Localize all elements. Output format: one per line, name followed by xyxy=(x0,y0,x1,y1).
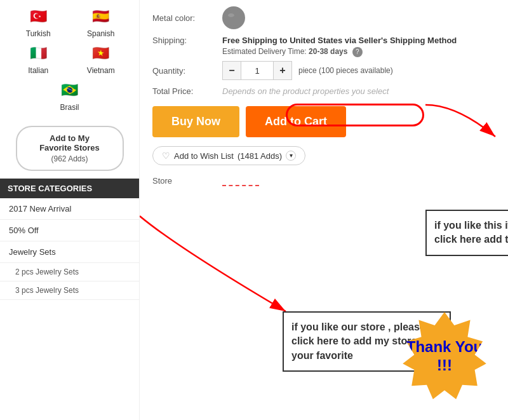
help-icon[interactable]: ? xyxy=(352,47,363,57)
total-price-row: Total Price: Depends on the product prop… xyxy=(152,86,495,96)
metal-color-swatch[interactable] xyxy=(222,6,245,29)
heart-icon: ♡ xyxy=(162,151,170,161)
lang-item-vietnam[interactable]: 🇻🇳 Vietnam xyxy=(72,43,130,75)
lang-item-spanish[interactable]: 🇪🇸 Spanish xyxy=(72,6,130,38)
store-categories-header: STORE CATEGORIES xyxy=(0,179,139,198)
flag-brasil: 🇧🇷 xyxy=(55,80,84,100)
lang-label-brasil: Brasil xyxy=(60,103,79,112)
quantity-increase[interactable]: + xyxy=(273,61,292,80)
lang-label-vietnam: Vietnam xyxy=(87,66,115,75)
metal-color-label: Metal color: xyxy=(152,13,222,23)
store-link[interactable] xyxy=(222,175,259,186)
wishlist-dropdown-icon[interactable]: ▾ xyxy=(286,151,296,161)
flag-vietnam: 🇻🇳 xyxy=(86,43,116,64)
free-shipping-text: Free Shipping to United States via Selle… xyxy=(222,36,495,45)
delivery-label: Estimated Delivery Time: xyxy=(222,47,307,56)
svg-point-0 xyxy=(225,10,242,26)
shipping-label: Shipping: xyxy=(152,36,222,45)
category-3pcs[interactable]: 3 pcs Jewelry Sets xyxy=(0,281,139,300)
buy-now-button[interactable]: Buy Now xyxy=(152,106,239,137)
store-row: Store xyxy=(152,175,495,186)
svg-point-1 xyxy=(228,13,234,17)
add-to-wishlist-button[interactable]: ♡ Add to Wish List (1481 Adds) ▾ xyxy=(152,146,305,165)
category-new-arrival[interactable]: 2017 New Arrival xyxy=(0,198,139,220)
delivery-info: Estimated Delivery Time: 20-38 days ? xyxy=(222,47,495,57)
shipping-row: Shipping: Free Shipping to United States… xyxy=(152,36,495,57)
wishlist-row: ♡ Add to Wish List (1481 Adds) ▾ xyxy=(152,146,495,165)
lang-item-brasil[interactable]: 🇧🇷 Brasil xyxy=(10,80,130,112)
wishlist-count: (1481 Adds) xyxy=(237,151,282,161)
lang-item-turkish[interactable]: 🇹🇷 Turkish xyxy=(10,6,67,38)
lang-label-spanish: Spanish xyxy=(87,29,114,38)
quantity-stepper[interactable]: − 1 + xyxy=(222,61,292,80)
add-favorite-label: Add to MyFavorite Stores xyxy=(26,133,114,152)
flag-italian: 🇮🇹 xyxy=(23,43,53,64)
wishlist-callout: if you like this item , please click her… xyxy=(425,210,508,256)
thank-you-starburst: Thank You!!! xyxy=(400,312,489,401)
sidebar: 🇹🇷 Turkish 🇪🇸 Spanish 🇮🇹 Italian 🇻🇳 Viet… xyxy=(0,0,140,420)
action-buttons: Buy Now Add to Cart xyxy=(152,106,495,137)
favorite-adds-count: (962 Adds) xyxy=(26,154,114,163)
quantity-row: Quantity: − 1 + piece (100 pieces availa… xyxy=(152,61,495,80)
quantity-label: Quantity: xyxy=(152,66,222,76)
flag-turkish: 🇹🇷 xyxy=(23,6,53,27)
shipping-content: Free Shipping to United States via Selle… xyxy=(222,36,495,57)
language-grid: 🇹🇷 Turkish 🇪🇸 Spanish 🇮🇹 Italian 🇻🇳 Viet… xyxy=(0,0,139,118)
lang-label-turkish: Turkish xyxy=(26,29,51,38)
starburst-shape: Thank You!!! xyxy=(400,312,489,401)
wishlist-label: Add to Wish List xyxy=(174,151,234,161)
store-label: Store xyxy=(152,176,222,186)
thank-you-text: Thank You!!! xyxy=(406,338,483,375)
category-2pcs[interactable]: 2 pcs Jewelry Sets xyxy=(0,263,139,281)
lang-item-italian[interactable]: 🇮🇹 Italian xyxy=(10,43,67,75)
metal-swatch-icon xyxy=(225,9,243,27)
total-price-value: Depends on the product properties you se… xyxy=(222,86,389,96)
quantity-value: 1 xyxy=(241,61,273,80)
category-jewelry-sets[interactable]: Jewelry Sets xyxy=(0,241,139,263)
flag-spanish: 🇪🇸 xyxy=(86,6,116,27)
store-arrow-svg xyxy=(140,210,298,324)
total-price-label: Total Price: xyxy=(152,86,222,96)
metal-color-row: Metal color: xyxy=(152,6,495,29)
add-favorite-button[interactable]: Add to MyFavorite Stores (962 Adds) xyxy=(16,126,124,171)
quantity-decrease[interactable]: − xyxy=(222,61,241,80)
lang-label-italian: Italian xyxy=(28,66,48,75)
delivery-days: 20-38 days xyxy=(309,47,347,56)
quantity-info: piece (100 pieces available) xyxy=(298,66,393,75)
category-50-off[interactable]: 50% Off xyxy=(0,220,139,241)
main-content: Metal color: Shipping: Free Shipping to … xyxy=(140,0,508,420)
add-to-cart-button[interactable]: Add to Cart xyxy=(246,106,346,137)
